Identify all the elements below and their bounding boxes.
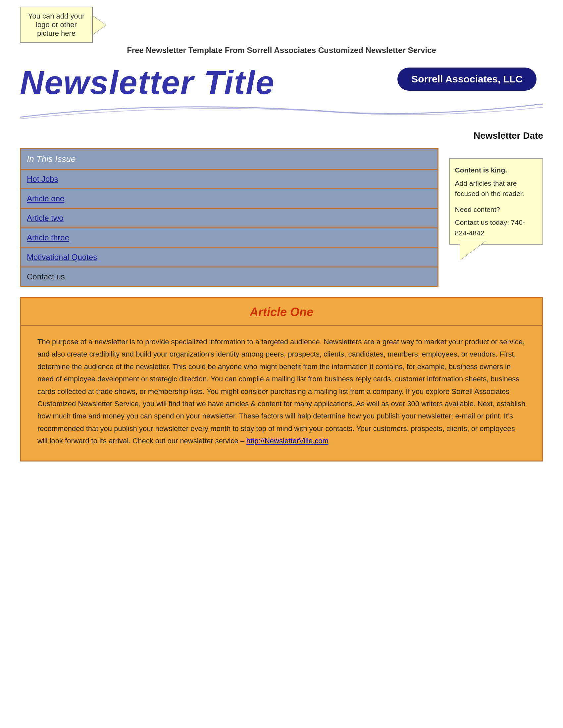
toc-row-6: Contact us [21,267,438,286]
header-top: You can add your logo or other picture h… [20,7,543,43]
toc-link-article-three[interactable]: Article three [27,233,69,242]
toc-row-3[interactable]: Article two [21,208,438,227]
tagline: Free Newsletter Template From Sorrell As… [20,46,543,55]
newsletter-date: Newsletter Date [20,130,543,141]
toc-link-article-one[interactable]: Article one [27,194,64,203]
logo-box: You can add your logo or other picture h… [20,7,93,43]
callout-box: Content is king. Add articles that are f… [449,158,543,245]
article-one-body-text: The purpose of a newsletter is to provid… [37,338,525,445]
callout-line1: Add articles that are focused on the rea… [455,178,537,199]
toc-header: In This Issue [21,149,438,169]
logo-arrow [93,16,106,34]
article-one-title: Article One [21,298,542,326]
toc-box: In This Issue Hot Jobs Article one Artic… [20,148,439,287]
callout-arrow-icon [460,241,486,261]
toc-contact-us: Contact us [27,272,65,281]
title-badge: Sorrell Associates, LLC [398,68,537,91]
toc-link-motivational-quotes[interactable]: Motivational Quotes [27,253,97,262]
toc-row-5[interactable]: Motivational Quotes [21,247,438,267]
title-curve-container: Newsletter Title Sorrell Associates, LLC [20,61,543,104]
article-one-section: Article One The purpose of a newsletter … [20,297,543,461]
toc-row-2[interactable]: Article one [21,188,438,208]
article-one-body: The purpose of a newsletter is to provid… [21,326,542,461]
newsletter-ville-link[interactable]: http://NewsletterVille.com [246,437,329,445]
newsletter-title: Newsletter Title [20,64,274,102]
toc-link-article-two[interactable]: Article two [27,214,64,222]
callout-bold-text: Content is king. [455,166,507,174]
toc-wrapper: In This Issue Hot Jobs Article one Artic… [20,148,543,287]
toc-row-1[interactable]: Hot Jobs [21,169,438,188]
callout-line3: Contact us today: 740-824-4842 [455,217,537,238]
toc-link-hot-jobs[interactable]: Hot Jobs [27,174,58,183]
toc-row-4[interactable]: Article three [21,227,438,247]
callout-line2: Need content? [455,204,537,215]
title-section: Newsletter Title Sorrell Associates, LLC [20,61,543,124]
svg-marker-0 [460,241,486,261]
logo-text: You can add your logo or other picture h… [25,12,87,38]
callout-bold: Content is king. [455,165,537,175]
